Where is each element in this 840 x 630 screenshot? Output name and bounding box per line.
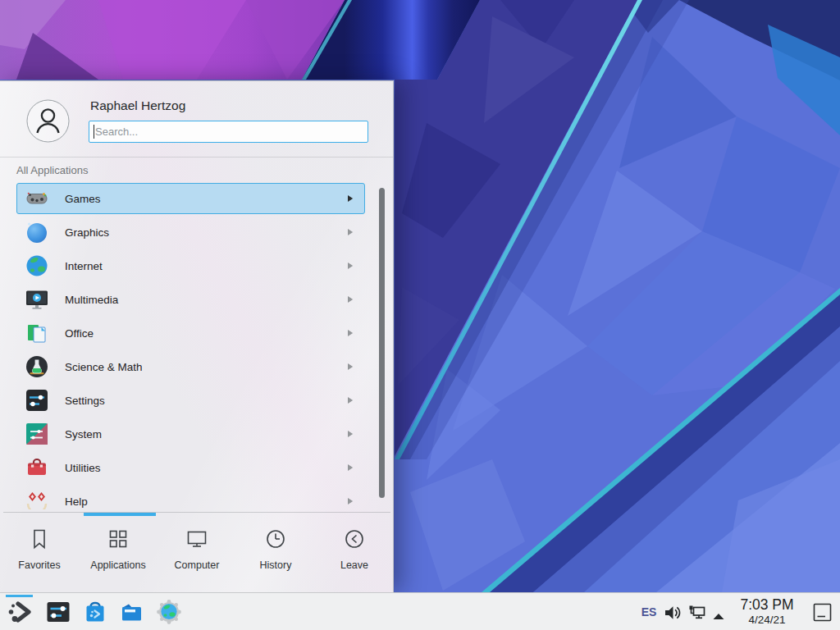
clock-time: 7:03 PM — [733, 596, 801, 614]
volume-icon[interactable] — [663, 604, 681, 625]
footer-divider — [3, 512, 390, 513]
tab-leave[interactable]: Leave — [315, 519, 394, 591]
category-row-games[interactable]: Games — [16, 183, 365, 214]
category-label: System — [65, 428, 102, 441]
category-label: Utilities — [65, 462, 101, 474]
category-row-help[interactable]: Help — [16, 486, 365, 509]
submenu-arrow-icon — [347, 228, 354, 236]
category-row-settings[interactable]: Settings — [16, 385, 365, 416]
tab-applications[interactable]: Applications — [79, 519, 158, 591]
tab-history[interactable]: History — [236, 519, 315, 591]
submenu-arrow-icon — [347, 396, 354, 404]
submenu-arrow-icon — [347, 363, 354, 371]
show-desktop-icon[interactable] — [813, 603, 832, 625]
submenu-arrow-icon — [347, 295, 354, 304]
submenu-arrow-icon — [347, 329, 354, 337]
tab-label: History — [260, 559, 292, 571]
science-flask-icon — [24, 354, 50, 380]
web-browser-button[interactable] — [156, 599, 182, 625]
submenu-arrow-icon — [347, 262, 354, 270]
submenu-arrow-icon — [347, 497, 354, 505]
tab-computer[interactable]: Computer — [158, 519, 236, 591]
text-cursor — [94, 125, 94, 139]
category-row-multimedia[interactable]: Multimedia — [16, 284, 365, 315]
category-row-office[interactable]: Office — [16, 317, 365, 349]
clock-widget[interactable]: 7:03 PM 4/24/21 — [733, 593, 801, 630]
system-sliders-icon — [24, 421, 50, 447]
launcher-footer: FavoritesApplicationsComputerHistoryLeav… — [0, 509, 394, 593]
tab-favorites[interactable]: Favorites — [0, 519, 79, 591]
monitor-icon — [185, 527, 208, 554]
active-tab-indicator — [84, 513, 156, 516]
category-list: GamesGraphicsInternetMultimediaOfficeSci… — [0, 183, 394, 509]
network-wired-icon[interactable] — [687, 604, 707, 625]
launcher-header: Raphael Hertzog — [0, 81, 393, 157]
file-manager-button[interactable] — [118, 599, 144, 625]
gamepad-icon — [24, 185, 50, 212]
section-label: All Applications — [16, 164, 88, 176]
settings-sliders-icon — [24, 387, 50, 413]
utilities-toolbox-icon — [24, 454, 50, 481]
clock-date: 4/24/21 — [733, 614, 801, 627]
list-scrollbar[interactable] — [379, 188, 385, 498]
category-row-science-math[interactable]: Science & Math — [16, 351, 365, 382]
office-documents-icon — [24, 320, 50, 346]
tab-label: Favorites — [18, 559, 60, 571]
category-label: Help — [65, 495, 88, 508]
category-row-system[interactable]: System — [16, 418, 365, 450]
search-field-wrap — [89, 121, 368, 143]
graphics-sphere-icon — [24, 219, 50, 245]
help-lifering-icon — [24, 488, 50, 509]
expand-caret-icon[interactable] — [712, 609, 725, 623]
category-label: Science & Math — [65, 361, 143, 373]
category-label: Games — [65, 193, 101, 205]
user-name: Raphael Hertzog — [90, 98, 185, 113]
category-label: Graphics — [65, 226, 109, 239]
footer-tabs: FavoritesApplicationsComputerHistoryLeav… — [0, 519, 394, 591]
application-launcher-button[interactable] — [7, 599, 33, 625]
category-row-graphics[interactable]: Graphics — [16, 217, 365, 248]
clock-icon — [264, 527, 287, 554]
multimedia-monitor-icon — [24, 286, 50, 313]
desktop: Raphael Hertzog All Applications GamesGr… — [0, 0, 840, 630]
launcher-active-indicator — [6, 595, 33, 597]
application-launcher-menu: Raphael Hertzog All Applications GamesGr… — [0, 80, 394, 592]
category-row-internet[interactable]: Internet — [16, 250, 365, 281]
header-divider — [0, 157, 393, 158]
category-label: Internet — [65, 260, 103, 272]
taskbar-panel: ES 7:03 PM 4/24/21 — [0, 592, 840, 630]
tab-label: Leave — [340, 559, 368, 571]
submenu-arrow-icon — [347, 463, 354, 472]
grid-icon — [107, 527, 130, 554]
category-label: Office — [65, 327, 94, 340]
submenu-arrow-icon — [347, 430, 354, 438]
tab-label: Computer — [175, 559, 220, 571]
globe-icon — [24, 253, 50, 279]
submenu-arrow-icon — [347, 194, 354, 203]
category-row-utilities[interactable]: Utilities — [16, 452, 365, 483]
tab-label: Applications — [90, 559, 145, 571]
bookmark-icon — [28, 527, 51, 554]
category-label: Multimedia — [65, 294, 118, 306]
user-avatar-icon[interactable] — [26, 99, 70, 146]
system-settings-button[interactable] — [45, 599, 71, 625]
leave-circle-icon — [343, 527, 366, 554]
keyboard-layout-indicator[interactable]: ES — [637, 593, 661, 630]
category-label: Settings — [65, 395, 105, 407]
discover-button[interactable] — [82, 599, 108, 625]
search-input[interactable] — [89, 121, 368, 143]
